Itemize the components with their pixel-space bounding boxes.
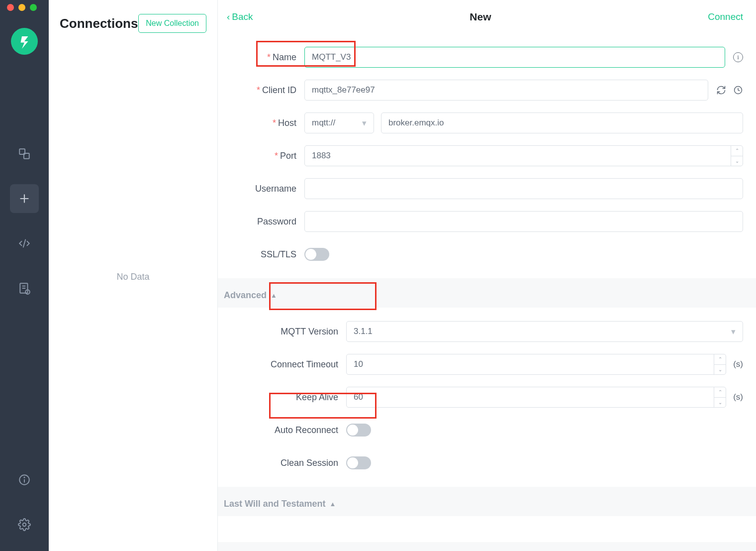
clean-session-toggle[interactable] bbox=[346, 456, 371, 469]
chevron-left-icon: ‹ bbox=[227, 11, 230, 22]
refresh-icon[interactable] bbox=[716, 85, 726, 95]
about-nav-icon[interactable] bbox=[10, 465, 39, 494]
main-header: ‹ Back New Connect bbox=[218, 0, 756, 33]
info-icon[interactable]: i bbox=[733, 52, 743, 62]
username-input[interactable] bbox=[304, 178, 743, 199]
connect-timeout-unit: (s) bbox=[733, 359, 743, 369]
port-input[interactable] bbox=[304, 145, 743, 166]
host-input[interactable] bbox=[381, 112, 743, 133]
password-label: Password bbox=[257, 217, 296, 226]
logs-nav-icon[interactable] bbox=[10, 274, 39, 303]
nav-sidebar bbox=[0, 0, 49, 551]
caret-up-icon: ▲ bbox=[271, 292, 277, 299]
back-label: Back bbox=[232, 11, 253, 22]
scheme-select[interactable]: mqtt:// ▾ bbox=[304, 112, 374, 133]
connections-title: Connections bbox=[60, 16, 138, 31]
clean-session-label: Clean Session bbox=[281, 458, 338, 468]
host-label: Host bbox=[278, 118, 296, 128]
ssl-label: SSL/TLS bbox=[261, 249, 296, 259]
window-controls bbox=[0, 0, 37, 15]
svg-line-4 bbox=[23, 239, 25, 247]
page-title: New bbox=[470, 11, 491, 23]
new-collection-button[interactable]: New Collection bbox=[138, 14, 206, 33]
port-stepper[interactable]: ⌃⌄ bbox=[731, 146, 743, 166]
scripts-nav-icon[interactable] bbox=[10, 229, 39, 258]
minimize-window-button[interactable] bbox=[18, 4, 25, 11]
svg-point-12 bbox=[23, 523, 26, 527]
keep-alive-label: Keep Alive bbox=[296, 392, 338, 402]
client-id-label: Client ID bbox=[262, 85, 296, 95]
chevron-down-icon: ▾ bbox=[362, 118, 367, 128]
app-logo bbox=[11, 28, 38, 55]
name-label: Name bbox=[273, 52, 296, 62]
keep-alive-unit: (s) bbox=[733, 392, 743, 402]
caret-up-icon: ▲ bbox=[330, 500, 336, 508]
lwt-section bbox=[218, 516, 756, 542]
scheme-value: mqtt:// bbox=[312, 118, 335, 128]
close-window-button[interactable] bbox=[7, 4, 14, 11]
lwt-heading[interactable]: Last Will and Testament ▲ bbox=[218, 487, 756, 516]
main-area: ‹ Back New Connect *Name i *Client ID *H… bbox=[218, 0, 756, 551]
chevron-down-icon: ▾ bbox=[731, 327, 736, 337]
maximize-window-button[interactable] bbox=[30, 4, 37, 11]
connections-panel: Connections New Collection No Data bbox=[49, 0, 218, 551]
settings-nav-icon[interactable] bbox=[10, 510, 39, 539]
mqtt-version-value: 3.1.1 bbox=[354, 327, 373, 336]
password-input[interactable] bbox=[304, 211, 743, 232]
mqtt-version-label: MQTT Version bbox=[281, 327, 338, 336]
port-label: Port bbox=[280, 151, 296, 161]
connect-timeout-stepper[interactable]: ⌃⌄ bbox=[714, 354, 726, 374]
svg-point-11 bbox=[24, 477, 24, 478]
advanced-heading[interactable]: Advanced ▲ bbox=[218, 278, 756, 308]
new-connection-button[interactable] bbox=[10, 184, 39, 213]
keep-alive-stepper[interactable]: ⌃⌄ bbox=[714, 387, 726, 407]
auto-reconnect-toggle[interactable] bbox=[346, 424, 371, 437]
advanced-section: MQTT Version 3.1.1 ▾ Connect Timeout ⌃⌄ … bbox=[218, 308, 756, 487]
username-label: Username bbox=[255, 184, 296, 194]
back-button[interactable]: ‹ Back bbox=[227, 11, 253, 22]
connect-timeout-input[interactable] bbox=[346, 354, 726, 375]
client-id-input[interactable] bbox=[304, 80, 708, 101]
connect-button[interactable]: Connect bbox=[708, 11, 743, 22]
connections-nav-icon[interactable] bbox=[10, 139, 39, 168]
general-section: *Name i *Client ID *Host mqtt:// ▾ *Por bbox=[218, 33, 756, 278]
clock-icon[interactable] bbox=[733, 85, 743, 95]
connect-timeout-label: Connect Timeout bbox=[271, 359, 338, 369]
auto-reconnect-label: Auto Reconnect bbox=[275, 425, 338, 435]
ssl-toggle[interactable] bbox=[304, 248, 329, 261]
no-data-label: No Data bbox=[49, 272, 217, 282]
name-input[interactable] bbox=[304, 47, 725, 68]
keep-alive-input[interactable] bbox=[346, 387, 726, 408]
mqtt-version-select[interactable]: 3.1.1 ▾ bbox=[346, 321, 743, 342]
